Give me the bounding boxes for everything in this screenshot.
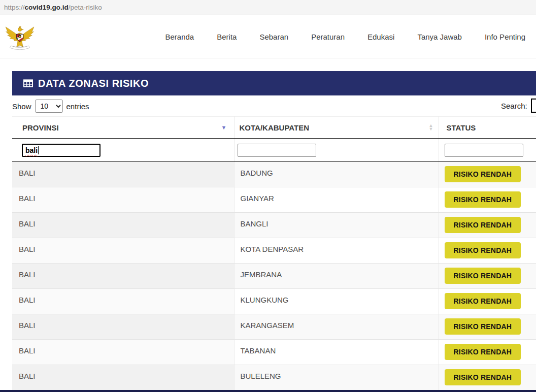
cell-provinsi: BALI [12, 238, 234, 264]
column-header-provinsi[interactable]: PROVINSI ▼ [12, 117, 234, 139]
bhinneka-scroll [10, 46, 29, 50]
search-label: Search: [501, 102, 527, 110]
status-filter-input[interactable] [445, 144, 523, 157]
status-badge: RISIKO RENDAH [445, 191, 521, 208]
status-badge: RISIKO RENDAH [445, 166, 521, 182]
table-controls: Show 10 entries Search: [12, 95, 536, 116]
cell-kota-kabupaten: KOTA DENPASAR [234, 238, 439, 264]
cell-provinsi: BALI [12, 340, 234, 365]
cell-kota-kabupaten: GIANYAR [234, 187, 439, 213]
table-row: BALI JEMBRANA RISIKO RENDAH [12, 264, 536, 289]
page-length-select[interactable]: 10 [35, 100, 63, 113]
table-filter-row: bali [12, 139, 536, 162]
status-badge: RISIKO RENDAH [445, 318, 521, 335]
cell-provinsi: BALI [12, 187, 234, 213]
nav-beranda[interactable]: Beranda [165, 32, 194, 41]
cell-kota-kabupaten: KLUNGKUNG [234, 289, 439, 314]
cell-status: RISIKO RENDAH [439, 162, 536, 187]
cell-kota-kabupaten: BANGLI [234, 213, 439, 238]
table-row: BALI KARANGASEM RISIKO RENDAH [12, 314, 536, 340]
column-header-status[interactable]: STATUS [439, 117, 536, 139]
nav-tanya-jawab[interactable]: Tanya Jawab [417, 32, 462, 41]
cell-status: RISIKO RENDAH [439, 289, 536, 314]
cell-provinsi: BALI [12, 314, 234, 340]
status-badge: RISIKO RENDAH [445, 242, 521, 258]
column-label: KOTA/KABUPATEN [240, 123, 310, 132]
table-row: BALI KOTA DENPASAR RISIKO RENDAH [12, 238, 536, 264]
footer-bar [0, 390, 536, 392]
show-label: Show [12, 102, 31, 111]
cell-kota-kabupaten: JEMBRANA [234, 264, 439, 289]
column-header-kota-kabupaten[interactable]: KOTA/KABUPATEN ▲▼ [234, 117, 439, 139]
url-path: /peta-risiko [69, 4, 102, 11]
kota-filter-input[interactable] [238, 144, 316, 157]
status-badge: RISIKO RENDAH [445, 217, 521, 233]
cell-status: RISIKO RENDAH [439, 365, 536, 390]
entries-label: entries [66, 102, 89, 111]
cell-provinsi: BALI [12, 213, 234, 238]
cell-status: RISIKO RENDAH [439, 238, 536, 264]
sort-both-icon: ▲▼ [429, 124, 433, 131]
table-row: BALI TABANAN RISIKO RENDAH [12, 340, 536, 365]
cell-status: RISIKO RENDAH [439, 314, 536, 340]
cell-status: RISIKO RENDAH [439, 264, 536, 289]
filter-typed-text: bali [25, 146, 38, 154]
cell-kota-kabupaten: TABANAN [234, 340, 439, 365]
table-grid-icon [23, 79, 33, 87]
provinsi-filter-input[interactable]: bali [22, 144, 100, 157]
cell-kota-kabupaten: KARANGASEM [234, 314, 439, 340]
table-body: BALI BADUNG RISIKO RENDAH BALI GIANYAR R… [12, 162, 536, 390]
browser-address-bar[interactable]: https://covid19.go.id/peta-risiko [0, 0, 536, 15]
status-badge: RISIKO RENDAH [445, 293, 521, 309]
cell-kota-kabupaten: BULELENG [234, 365, 439, 390]
nav-berita[interactable]: Berita [217, 32, 237, 41]
cell-status: RISIKO RENDAH [439, 187, 536, 213]
global-search-input[interactable] [531, 99, 536, 113]
table-row: BALI KLUNGKUNG RISIKO RENDAH [12, 289, 536, 314]
text-caret [38, 146, 39, 154]
site-header: Beranda Berita Sebaran Peraturan Edukasi… [0, 15, 536, 58]
cell-kota-kabupaten: BADUNG [234, 162, 439, 187]
nav-peraturan[interactable]: Peraturan [311, 32, 345, 41]
zonasi-risiko-table: PROVINSI ▼ KOTA/KABUPATEN ▲▼ STATUS bali [12, 116, 536, 390]
table-row: BALI BANGLI RISIKO RENDAH [12, 213, 536, 238]
nav-sebaran[interactable]: Sebaran [259, 32, 288, 41]
url-domain: covid19.go.id [25, 4, 69, 11]
table-row: BALI BADUNG RISIKO RENDAH [12, 162, 536, 187]
cell-status: RISIKO RENDAH [439, 213, 536, 238]
panel-banner: DATA ZONASI RISIKO [12, 71, 536, 95]
nav-edukasi[interactable]: Edukasi [367, 32, 394, 41]
column-label: STATUS [447, 123, 476, 132]
cell-provinsi: BALI [12, 289, 234, 314]
sort-desc-icon: ▼ [221, 124, 227, 130]
url-prefix: https:// [4, 4, 25, 11]
main-nav: Beranda Berita Sebaran Peraturan Edukasi… [165, 32, 526, 41]
status-badge: RISIKO RENDAH [445, 268, 521, 284]
panel-title: DATA ZONASI RISIKO [38, 78, 149, 89]
cell-provinsi: BALI [12, 162, 234, 187]
cell-status: RISIKO RENDAH [439, 340, 536, 365]
garuda-pancasila-logo[interactable] [4, 19, 36, 54]
cell-provinsi: BALI [12, 365, 234, 390]
status-badge: RISIKO RENDAH [445, 344, 521, 360]
table-row: BALI GIANYAR RISIKO RENDAH [12, 187, 536, 213]
table-row: BALI BULELENG RISIKO RENDAH [12, 365, 536, 390]
cell-provinsi: BALI [12, 264, 234, 289]
table-header-row: PROVINSI ▼ KOTA/KABUPATEN ▲▼ STATUS [12, 117, 536, 139]
column-label: PROVINSI [22, 123, 59, 132]
status-badge: RISIKO RENDAH [445, 369, 521, 385]
nav-info-penting[interactable]: Info Penting [485, 32, 525, 41]
